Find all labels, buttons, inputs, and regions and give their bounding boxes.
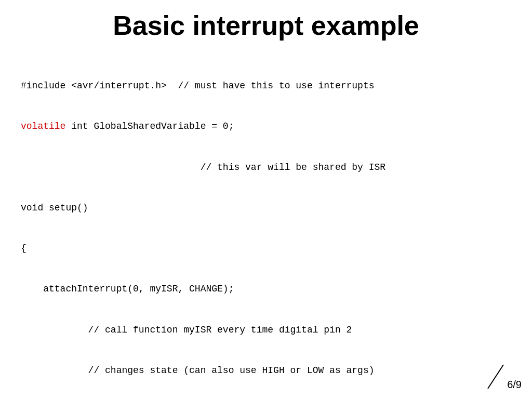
code-text: // this var will be shared by ISR [21, 162, 385, 172]
code-line-2: volatile int GlobalSharedVariable = 0; [21, 119, 511, 133]
code-line-6: attachInterrupt(0, myISR, CHANGE); [21, 282, 511, 296]
code-line-4: void setup() [21, 201, 511, 215]
slide: Basic interrupt example #include <avr/in… [0, 0, 532, 399]
slide-number: 6/9 [507, 379, 522, 390]
slide-title: Basic interrupt example [21, 10, 511, 42]
code-block: #include <avr/interrupt.h> // must have … [21, 52, 511, 399]
code-text: void setup() [21, 203, 88, 213]
code-line-3: // this var will be shared by ISR [21, 161, 511, 174]
svg-line-0 [488, 365, 503, 389]
code-text: // call function myISR every time digita… [21, 325, 352, 335]
code-text: // changes state (can also use HIGH or L… [21, 365, 375, 376]
code-text: attachInterrupt(0, myISR, CHANGE); [21, 284, 234, 294]
code-text: { [21, 243, 26, 254]
code-line-8: // changes state (can also use HIGH or L… [21, 364, 511, 377]
code-line2-rest: int GlobalSharedVariable = 0; [65, 121, 234, 131]
keyword-volatile: volatile [21, 121, 65, 131]
code-line-7: // call function myISR every time digita… [21, 323, 511, 337]
code-line-5: { [21, 242, 511, 255]
code-line-1: #include <avr/interrupt.h> // must have … [21, 79, 511, 92]
code-text: #include <avr/interrupt.h> // must have … [21, 81, 375, 91]
slide-number-area: 6/9 [485, 364, 522, 390]
diagonal-line-icon [485, 364, 506, 390]
